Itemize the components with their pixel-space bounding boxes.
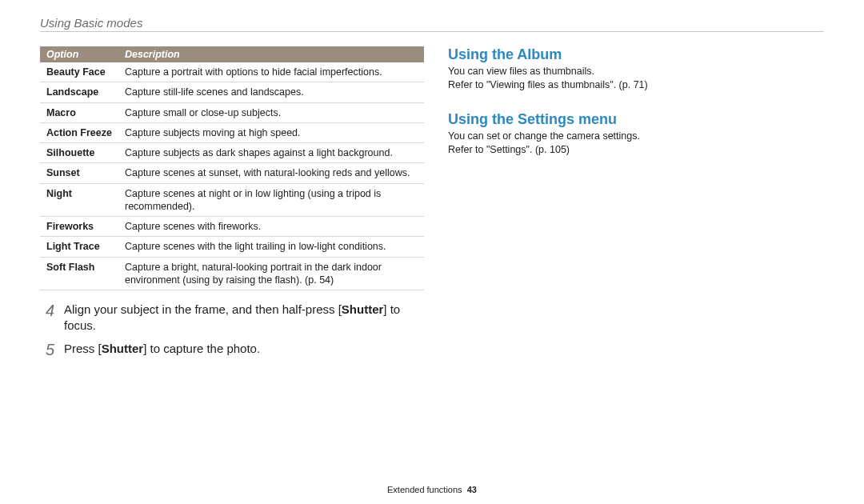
table-row: Action FreezeCapture subjects moving at … [40,122,424,142]
right-column: Using the Album You can view files as th… [448,46,824,366]
option-name: Beauty Face [40,62,118,82]
table-row: SilhouetteCapture subjects as dark shape… [40,143,424,163]
table-row: Light TraceCapture scenes with the light… [40,237,424,257]
footer-section: Extended functions [387,485,462,494]
table-header-description: Description [118,46,424,62]
option-name: Fireworks [40,217,118,237]
section-heading-album: Using the Album [448,46,824,63]
step-text-pre: Press [ [64,342,102,355]
section-line: Refer to "Viewing files as thumbnails". … [448,78,824,92]
option-name: Sunset [40,163,118,183]
step-text: Align your subject in the frame, and the… [64,302,424,334]
step-text: Press [Shutter] to capture the photo. [64,341,424,357]
option-name: Action Freeze [40,122,118,142]
option-desc: Capture subjects moving at high speed. [118,122,424,142]
option-desc: Capture small or close-up subjects. [118,102,424,122]
option-desc: Capture scenes at sunset, with natural-l… [118,163,424,183]
table-row: MacroCapture small or close-up subjects. [40,102,424,122]
options-table: Option Description Beauty FaceCapture a … [40,46,424,290]
step-number: 4 [40,302,54,320]
step-number: 5 [40,341,54,359]
section-line: You can view files as thumbnails. [448,65,824,78]
option-desc: Capture scenes with fireworks. [118,217,424,237]
option-name: Silhouette [40,143,118,163]
option-name: Soft Flash [40,257,118,290]
option-name: Macro [40,102,118,122]
step-text-pre: Align your subject in the frame, and the… [64,302,342,316]
option-desc: Capture scenes at night or in low lighti… [118,183,424,217]
step-4: 4 Align your subject in the frame, and t… [40,302,424,334]
footer-page-number: 43 [467,485,477,494]
content-columns: Option Description Beauty FaceCapture a … [40,46,824,366]
table-row: SunsetCapture scenes at sunset, with nat… [40,163,424,183]
step-text-bold: Shutter [342,302,384,316]
option-desc: Capture a bright, natural-looking portra… [118,257,424,290]
page-footer: Extended functions 43 [0,485,864,494]
table-row: NightCapture scenes at night or in low l… [40,183,424,217]
step-text-post: ] to capture the photo. [143,342,260,355]
left-column: Option Description Beauty FaceCapture a … [40,46,424,366]
section-body-settings: You can set or change the camera setting… [448,130,824,157]
table-header-row: Option Description [40,46,424,62]
table-row: Soft FlashCapture a bright, natural-look… [40,257,424,290]
option-desc: Capture still-life scenes and landscapes… [118,82,424,102]
table-row: LandscapeCapture still-life scenes and l… [40,82,424,102]
option-name: Night [40,183,118,217]
section-heading-settings: Using the Settings menu [448,111,824,128]
option-desc: Capture scenes with the light trailing i… [118,237,424,257]
option-name: Light Trace [40,237,118,257]
steps-list: 4 Align your subject in the frame, and t… [40,302,424,359]
step-text-bold: Shutter [102,342,144,355]
option-desc: Capture subjects as dark shapes against … [118,143,424,163]
table-row: FireworksCapture scenes with fireworks. [40,217,424,237]
section-line: Refer to "Settings". (p. 105) [448,143,824,157]
step-5: 5 Press [Shutter] to capture the photo. [40,341,424,359]
section-line: You can set or change the camera setting… [448,130,824,143]
option-desc: Capture a portrait with options to hide … [118,62,424,82]
section-body-album: You can view files as thumbnails. Refer … [448,65,824,92]
table-row: Beauty FaceCapture a portrait with optio… [40,62,424,82]
manual-page: Using Basic modes Option Description Bea… [0,0,864,504]
option-name: Landscape [40,82,118,102]
page-title: Using Basic modes [40,16,824,32]
table-header-option: Option [40,46,118,62]
